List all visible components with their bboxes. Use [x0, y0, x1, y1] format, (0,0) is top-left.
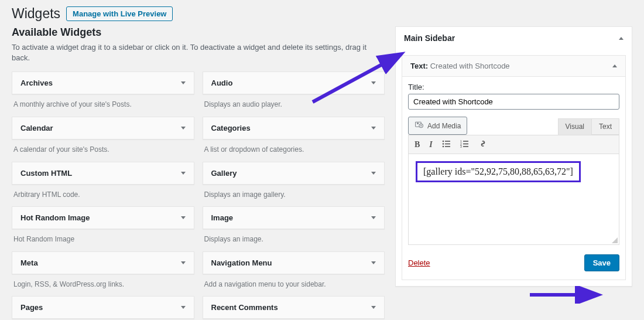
widget-card-label: Navigation Menu	[211, 258, 272, 267]
available-widget-meta[interactable]: Meta	[12, 251, 194, 274]
shortcode-text: [gallery ids="52,92,75,80,88,65,63,72"]	[416, 161, 581, 182]
chevron-down-icon	[371, 306, 376, 309]
widget-card-label: Calendar	[20, 124, 53, 132]
text-tab[interactable]: Text	[591, 118, 619, 135]
title-input[interactable]	[408, 94, 619, 110]
italic-button[interactable]: I	[429, 140, 432, 149]
editor-content[interactable]: [gallery ids="52,92,75,80,88,65,63,72"]	[408, 154, 619, 245]
available-widget-hot-random-image[interactable]: Hot Random Image	[12, 206, 194, 229]
delete-link[interactable]: Delete	[408, 258, 430, 267]
widget-card-desc: Hot Random Image	[12, 229, 194, 251]
widget-type-label: Text:	[410, 62, 428, 70]
widget-card-desc: A calendar of your site's Posts.	[12, 139, 194, 162]
manage-live-preview-button[interactable]: Manage with Live Preview	[66, 6, 173, 21]
available-widget-calendar[interactable]: Calendar	[12, 117, 194, 139]
available-widget-categories[interactable]: Categories	[203, 117, 385, 139]
widget-card-desc: Displays an image gallery.	[203, 185, 385, 207]
page-title: Widgets	[12, 6, 60, 22]
add-media-button[interactable]: Add Media	[408, 117, 467, 135]
link-button[interactable]	[478, 139, 488, 150]
widget-subtitle: Created with Shortcode	[430, 62, 510, 70]
text-widget-body: Title:	[402, 77, 626, 280]
numbered-list-button[interactable]: 123	[460, 140, 469, 149]
chevron-down-icon	[181, 127, 186, 130]
available-widget-pages[interactable]: Pages	[12, 296, 194, 319]
available-widget-navigation-menu[interactable]: Navigation Menu	[203, 251, 385, 274]
collapse-icon	[619, 37, 624, 40]
bold-button[interactable]: B	[415, 140, 420, 149]
widget-card-label: Audio	[211, 79, 233, 87]
visual-tab[interactable]: Visual	[558, 118, 592, 135]
sidebar-area-name: Main Sidebar	[404, 33, 455, 43]
chevron-down-icon	[181, 216, 186, 219]
bullet-list-button[interactable]	[442, 140, 451, 149]
svg-point-0	[417, 122, 419, 124]
svg-rect-6	[445, 143, 450, 144]
widget-card-desc: Displays an image.	[203, 229, 385, 251]
svg-point-7	[442, 145, 444, 147]
chevron-down-icon	[371, 216, 376, 219]
available-widget-gallery[interactable]: Gallery	[203, 162, 385, 185]
resize-handle-icon[interactable]	[612, 237, 618, 243]
sidebar-area-panel: Main Sidebar Text: Created with Shortcod…	[395, 26, 632, 319]
chevron-down-icon	[371, 81, 376, 84]
svg-rect-12	[463, 143, 468, 144]
widget-card-label: Archives	[20, 79, 53, 87]
widget-card-desc: Displays an audio player.	[203, 94, 385, 117]
available-widgets-section: Available Widgets To activate a widget d…	[12, 26, 385, 319]
widget-card-label: Gallery	[211, 169, 237, 178]
widget-card-desc: Arbitrary HTML code.	[12, 185, 194, 207]
chevron-down-icon	[181, 81, 186, 84]
text-widget-header[interactable]: Text: Created with Shortcode	[402, 55, 626, 77]
widget-card-label: Custom HTML	[20, 169, 72, 178]
add-media-label: Add Media	[427, 122, 461, 130]
chevron-down-icon	[371, 172, 376, 175]
available-widget-archives[interactable]: Archives	[12, 72, 194, 94]
chevron-down-icon	[181, 172, 186, 175]
svg-rect-10	[463, 141, 468, 142]
widget-card-desc: A monthly archive of your site's Posts.	[12, 94, 194, 117]
save-button[interactable]: Save	[584, 254, 619, 271]
available-widget-recent-comments[interactable]: Recent Comments	[203, 296, 385, 319]
available-widget-image[interactable]: Image	[203, 206, 385, 229]
editor-toolbar: B I 123	[408, 135, 619, 154]
sidebar-area-header[interactable]: Main Sidebar	[396, 27, 632, 49]
collapse-icon	[612, 64, 617, 67]
title-field-label: Title:	[408, 83, 619, 91]
media-icon	[415, 120, 424, 131]
svg-rect-4	[445, 141, 450, 142]
widget-card-label: Pages	[20, 303, 43, 312]
available-widget-custom-html[interactable]: Custom HTML	[12, 162, 194, 185]
widget-card-desc: Add a navigation menu to your sidebar.	[203, 274, 385, 297]
svg-point-3	[442, 140, 444, 142]
widget-card-label: Hot Random Image	[20, 213, 90, 222]
widget-card-label: Meta	[20, 258, 38, 267]
available-widget-audio[interactable]: Audio	[203, 72, 385, 94]
svg-point-5	[442, 143, 444, 145]
chevron-down-icon	[181, 261, 186, 264]
chevron-down-icon	[181, 306, 186, 309]
page-header: Widgets Manage with Live Preview	[12, 6, 632, 22]
available-widgets-heading: Available Widgets	[12, 26, 385, 39]
chevron-down-icon	[371, 261, 376, 264]
available-widgets-desc: To activate a widget drag it to a sideba…	[12, 42, 385, 63]
widget-card-desc: A list or dropdown of categories.	[203, 139, 385, 162]
svg-text:3: 3	[460, 145, 462, 148]
chevron-down-icon	[371, 127, 376, 130]
svg-rect-8	[445, 146, 450, 147]
widget-card-label: Categories	[211, 124, 251, 132]
svg-rect-14	[463, 146, 468, 147]
widget-card-label: Recent Comments	[211, 303, 278, 312]
widget-card-label: Image	[211, 213, 234, 222]
widget-card-desc: Login, RSS, & WordPress.org links.	[12, 274, 194, 297]
